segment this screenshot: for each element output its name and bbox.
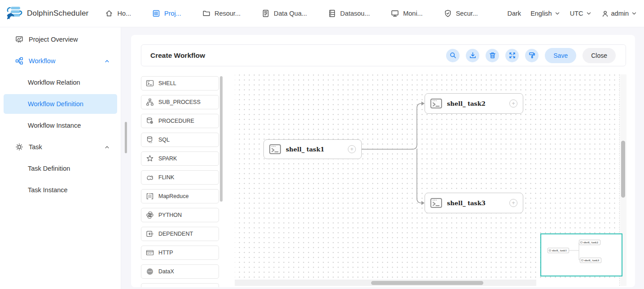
timezone-label: UTC (570, 10, 583, 17)
page-title: Create Workflow (150, 52, 205, 60)
format-layout-button[interactable] (525, 49, 539, 62)
navbar-right-controls: Dark English UTC admin (508, 10, 644, 17)
nav-item-security[interactable]: Secur... (444, 9, 478, 17)
nav-item-monitor[interactable]: Moni... (391, 9, 423, 17)
palette-item-label: PROCEDURE (158, 118, 194, 124)
palette-item-python[interactable]: PYTHON (141, 208, 219, 222)
canvas-minimap[interactable]: shell_ task1 shell_ task2 shell_ task3 (540, 233, 622, 276)
add-connection-icon[interactable]: + (348, 145, 356, 153)
workflow-icon (15, 57, 23, 65)
canvas-horizontal-scrollbar-thumb[interactable] (371, 281, 483, 285)
close-button[interactable]: Close (583, 48, 616, 63)
palette-item-partial[interactable] (141, 283, 219, 287)
folder-icon (202, 9, 210, 17)
download-button[interactable] (466, 49, 479, 62)
sidebar-item-workflow-instance[interactable]: Workflow Instance (0, 115, 121, 136)
editor-header: Create Workflow (141, 44, 626, 66)
palette-item-label: HTTP (158, 250, 173, 256)
nav-item-project[interactable]: Proj... (152, 9, 181, 17)
minimap-node-icon (580, 242, 583, 243)
theme-toggle[interactable]: Dark (508, 10, 521, 17)
svg-text:HTTP: HTTP (148, 253, 152, 254)
datasource-icon (328, 9, 336, 17)
paint-roller-icon (528, 52, 536, 59)
nav-item-home[interactable]: Ho... (105, 9, 131, 17)
delete-button[interactable] (486, 49, 499, 62)
palette-item-label: SHELL (158, 80, 176, 86)
brand[interactable]: DolphinScheduler (0, 5, 88, 22)
palette-item-http[interactable]: HTTP HTTP (141, 246, 219, 260)
save-button[interactable]: Save (545, 48, 576, 63)
sidebar-item-task-instance[interactable]: Task Instance (0, 179, 121, 201)
task-node-shell-task3[interactable]: shell_ task3 + (425, 193, 523, 213)
task-node-shell-task2[interactable]: shell_ task2 + (425, 93, 523, 114)
sidebar-item-workflow-definition[interactable]: Workflow Definition (4, 94, 117, 114)
sidebar-item-label: Workflow Definition (28, 100, 83, 108)
nav-item-data-quality[interactable]: Data Qua... (262, 9, 307, 17)
dolphinscheduler-logo-icon (6, 5, 24, 22)
sidebar-item-project-overview[interactable]: Project Overview (0, 29, 121, 50)
sidebar-item-workflow-relation[interactable]: Workflow Relation (0, 72, 121, 93)
project-icon (152, 9, 160, 17)
chevron-down-icon (554, 10, 561, 17)
sidebar-item-task[interactable]: Task (0, 136, 121, 158)
fullscreen-button[interactable] (505, 49, 519, 62)
editor-toolbar: Save Close (446, 48, 626, 63)
theme-toggle-label: Dark (508, 10, 521, 17)
sidebar-scrollbar[interactable] (125, 122, 127, 153)
chevron-down-icon (586, 10, 592, 17)
minimap-node-label: shell_ task2 (583, 241, 598, 244)
main-nav-menu: Ho... Proj... Resour... (105, 9, 478, 17)
nav-item-label: Moni... (403, 10, 423, 17)
spark-star-icon (146, 155, 154, 163)
nav-item-resources[interactable]: Resour... (202, 9, 241, 17)
language-dropdown[interactable]: English (530, 10, 561, 17)
palette-item-shell[interactable]: SHELL (141, 76, 219, 91)
chevron-up-icon (104, 58, 110, 64)
palette-item-label: DEPENDENT (158, 231, 193, 237)
minimap-node-label: shell_ task3 (584, 259, 599, 262)
monitor-icon (391, 9, 399, 17)
palette-item-dependent[interactable]: DEPENDENT (141, 227, 219, 241)
shell-task-icon (146, 79, 154, 87)
search-icon (449, 52, 457, 59)
palette-item-mapreduce[interactable]: MR MapReduce (141, 189, 219, 203)
language-label: English (530, 10, 552, 17)
shell-node-icon (430, 198, 442, 208)
security-icon (444, 9, 452, 17)
palette-item-sql[interactable]: SQL SQL (141, 133, 219, 147)
task-palette: SHELL SUB_PROCESS (141, 76, 219, 287)
add-connection-icon[interactable]: + (509, 99, 517, 108)
palette-item-sub-process[interactable]: SUB_PROCESS (141, 95, 219, 109)
home-icon (105, 9, 113, 17)
search-button[interactable] (446, 49, 460, 62)
shell-node-icon (430, 99, 442, 108)
palette-item-procedure[interactable]: PROCEDURE (141, 114, 219, 128)
task-node-label: shell_ task3 (447, 200, 486, 207)
minimap-node: shell_ task2 (579, 240, 600, 245)
python-icon (146, 211, 154, 219)
left-sidebar: Project Overview Workflow Workflow Relat… (0, 27, 121, 289)
sidebar-item-task-definition[interactable]: Task Definition (0, 158, 121, 179)
palette-item-flink[interactable]: FLINK (141, 170, 219, 185)
nav-item-label: Ho... (117, 10, 131, 17)
datax-icon: DataX (146, 267, 154, 276)
palette-item-label: PYTHON (158, 212, 182, 218)
sidebar-item-workflow[interactable]: Workflow (0, 50, 121, 72)
palette-item-datax[interactable]: DataX DataX (141, 264, 219, 279)
sidebar-item-label: Workflow (29, 57, 55, 65)
nav-item-datasource[interactable]: Datasou... (328, 9, 370, 17)
palette-scrollbar[interactable] (220, 76, 223, 202)
palette-item-spark[interactable]: SPARK (141, 151, 219, 166)
user-menu[interactable]: admin (601, 10, 638, 17)
shell-node-icon (269, 144, 281, 154)
canvas-vertical-scrollbar-thumb[interactable] (621, 141, 625, 198)
add-connection-icon[interactable]: + (509, 199, 517, 207)
palette-item-label: SUB_PROCESS (158, 99, 201, 105)
mapreduce-icon: MR (146, 192, 154, 200)
data-quality-icon (262, 9, 270, 17)
timezone-dropdown[interactable]: UTC (570, 10, 592, 17)
task-node-shell-task1[interactable]: shell_ task1 + (263, 139, 362, 159)
download-icon (469, 52, 477, 59)
sidebar-item-label: Workflow Instance (28, 122, 81, 129)
